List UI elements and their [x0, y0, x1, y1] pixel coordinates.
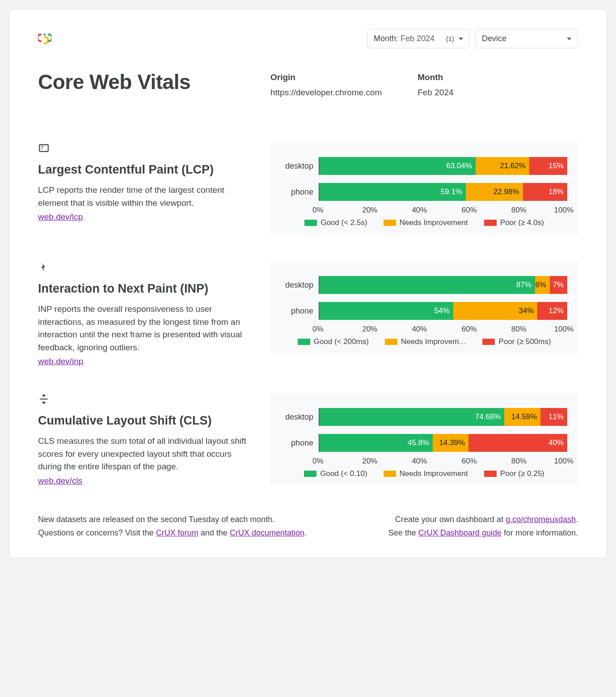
bar-track: 74.68%14.59%11%	[319, 408, 567, 426]
footer-left: New datasets are released on the second …	[38, 513, 307, 540]
filter-bar: Month: Feb 2024 (1) Device	[367, 29, 578, 48]
month-filter-count: (1)	[446, 35, 456, 42]
swatch-good-icon	[304, 220, 317, 226]
legend-item-poor: Poor (≥ 500ms)	[482, 337, 551, 346]
month-label: Month	[418, 72, 453, 82]
bar-seg-ni: 21.62%	[476, 157, 529, 175]
month-block: Month Feb 2024	[418, 72, 453, 98]
metric-doc-link[interactable]: web.dev/inp	[38, 357, 83, 366]
metric-section-cls: Cumulative Layout Shift (CLS)CLS measure…	[38, 393, 578, 486]
metric-doc-link[interactable]: web.dev/cls	[38, 476, 82, 485]
crux-logo-icon	[38, 32, 51, 46]
footer-right: Create your own dashboard at g.co/chrome…	[388, 513, 578, 540]
inp-icon	[38, 261, 253, 275]
bar-seg-poor: 40%	[468, 434, 567, 452]
month-filter[interactable]: Month: Feb 2024 (1)	[367, 29, 470, 48]
swatch-poor-icon	[484, 220, 497, 226]
metric-desc: LCP reports the render time of the large…	[38, 184, 253, 209]
chevron-down-icon	[459, 38, 463, 40]
topbar: Month: Feb 2024 (1) Device	[38, 29, 578, 48]
swatch-ni-icon	[384, 471, 396, 477]
origin-value: https://developer.chrome.com	[270, 88, 382, 98]
legend-item-good: Good (< 2.5s)	[304, 218, 367, 227]
metric-chart-lcp: desktop63.04%21.62%15%phone59.1%22.98%18…	[270, 142, 578, 234]
bar-seg-poor: 11%	[540, 408, 567, 426]
footer-line: See the CrUX Dashboard guide for more in…	[388, 526, 578, 540]
footer-line: Create your own dashboard at g.co/chrome…	[388, 513, 578, 527]
bar-track: 87%6%7%	[319, 276, 567, 294]
bar-seg-poor: 15%	[529, 157, 567, 175]
footer: New datasets are released on the second …	[38, 513, 578, 540]
page-title: Core Web Vitals	[38, 70, 253, 94]
chromeuxdash-link[interactable]: g.co/chromeuxdash	[506, 515, 576, 524]
month-filter-label: Month	[374, 34, 396, 43]
bar-seg-good: 87%	[319, 276, 535, 294]
device-filter[interactable]: Device	[475, 29, 578, 48]
metric-desc: INP reports the overall responsiveness t…	[38, 303, 253, 354]
svg-point-0	[44, 33, 46, 35]
bar-label: desktop	[281, 162, 319, 171]
chevron-down-icon	[567, 38, 571, 40]
bar-seg-poor: 18%	[523, 183, 567, 201]
footer-line: Questions or concerns? Visit the CrUX fo…	[38, 526, 307, 540]
dashboard-guide-link[interactable]: CrUX Dashboard guide	[418, 528, 502, 537]
legend-item-good: Good (< 0.10)	[304, 469, 367, 478]
metric-title: Largest Contentful Paint (LCP)	[38, 163, 253, 177]
metric-title: Interaction to Next Paint (INP)	[38, 282, 253, 296]
bar-row: phone54%34%12%	[281, 302, 567, 320]
month-value: Feb 2024	[418, 88, 453, 98]
bar-row: desktop74.68%14.59%11%	[281, 408, 567, 426]
bar-row: desktop63.04%21.62%15%	[281, 157, 567, 175]
footer-line: New datasets are released on the second …	[38, 513, 307, 527]
legend: Good (< 200ms)Needs Improvem…Poor (≥ 500…	[281, 337, 567, 346]
legend: Good (< 2.5s)Needs ImprovementPoor (≥ 4.…	[281, 218, 567, 227]
bar-track: 59.1%22.98%18%	[319, 183, 567, 201]
bar-track: 63.04%21.62%15%	[319, 157, 567, 175]
legend-item-ni: Needs Improvement	[384, 469, 468, 478]
bar-seg-poor: 7%	[550, 276, 567, 294]
bar-seg-good: 54%	[319, 302, 453, 320]
metric-info: Largest Contentful Paint (LCP)LCP report…	[38, 142, 253, 222]
crux-forum-link[interactable]: CrUX forum	[156, 528, 198, 537]
metric-doc-link[interactable]: web.dev/lcp	[38, 212, 83, 221]
bar-label: desktop	[281, 280, 319, 290]
crux-docs-link[interactable]: CrUX documentation	[230, 528, 304, 537]
bar-label: phone	[281, 438, 319, 448]
origin-block: Origin https://developer.chrome.com	[270, 72, 382, 98]
swatch-poor-icon	[484, 471, 497, 477]
header: Core Web Vitals Origin https://developer…	[38, 70, 578, 98]
bar-row: phone59.1%22.98%18%	[281, 183, 567, 201]
bar-track: 54%34%12%	[319, 302, 567, 320]
bar-seg-good: 45.8%	[319, 434, 433, 452]
device-filter-label: Device	[482, 34, 506, 43]
legend-item-good: Good (< 200ms)	[298, 337, 369, 346]
bar-seg-ni: 14.59%	[504, 408, 540, 426]
metric-desc: CLS measures the sum total of all indivi…	[38, 435, 253, 473]
swatch-good-icon	[298, 339, 310, 345]
metric-section-inp: Interaction to Next Paint (INP)INP repor…	[38, 261, 578, 366]
lcp-icon	[38, 142, 253, 156]
bar-seg-poor: 12%	[537, 302, 567, 320]
bar-seg-good: 74.68%	[319, 408, 504, 426]
bar-seg-ni: 6%	[535, 276, 550, 294]
metric-section-lcp: Largest Contentful Paint (LCP)LCP report…	[38, 142, 578, 234]
bar-seg-ni: 22.98%	[466, 183, 523, 201]
svg-rect-1	[39, 144, 48, 151]
swatch-ni-icon	[385, 339, 397, 345]
swatch-ni-icon	[384, 220, 396, 226]
legend-item-ni: Needs Improvement	[384, 218, 468, 227]
legend-item-poor: Poor (≥ 0.25)	[484, 469, 544, 478]
bar-row: desktop87%6%7%	[281, 276, 567, 294]
swatch-good-icon	[304, 471, 316, 477]
bar-label: desktop	[281, 412, 319, 422]
legend-item-ni: Needs Improvem…	[385, 337, 466, 346]
bar-label: phone	[281, 306, 319, 316]
bar-seg-good: 59.1%	[319, 183, 466, 201]
bar-seg-good: 63.04%	[319, 157, 476, 175]
legend: Good (< 0.10)Needs ImprovementPoor (≥ 0.…	[281, 469, 567, 478]
origin-label: Origin	[270, 72, 382, 82]
report-card: Month: Feb 2024 (1) Device Core Web Vita…	[9, 9, 607, 558]
bar-seg-ni: 14.39%	[433, 434, 468, 452]
metric-info: Interaction to Next Paint (INP)INP repor…	[38, 261, 253, 366]
metric-chart-cls: desktop74.68%14.59%11%phone45.8%14.39%40…	[270, 393, 578, 485]
